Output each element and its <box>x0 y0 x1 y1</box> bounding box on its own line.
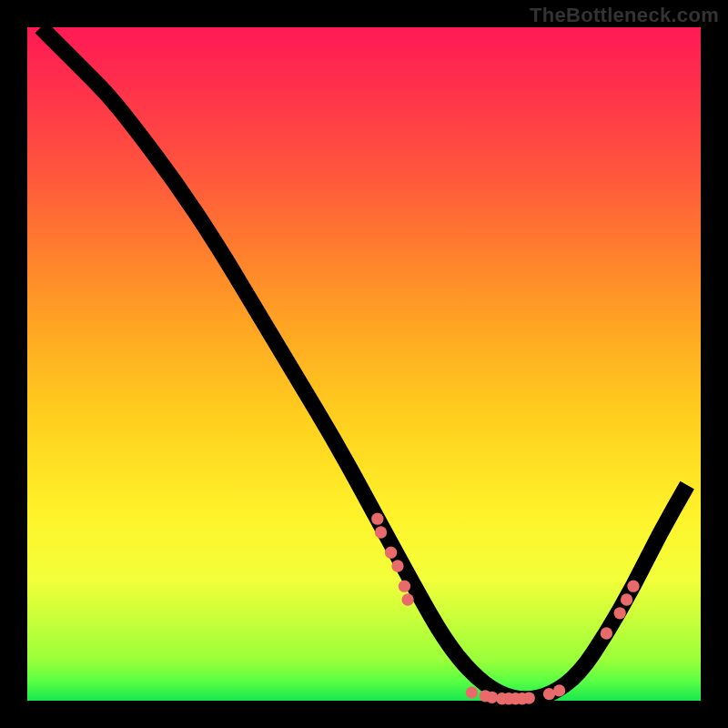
highlight-point <box>399 581 410 592</box>
curve-layer <box>27 27 701 701</box>
highlight-point <box>371 513 383 525</box>
watermark-text: TheBottleneck.com <box>530 4 719 27</box>
chart-frame: TheBottleneck.com <box>0 0 728 728</box>
highlight-point <box>385 547 397 559</box>
highlight-point <box>553 684 565 696</box>
highlight-point <box>401 593 413 605</box>
marker-group <box>371 513 640 705</box>
highlight-point <box>466 686 478 698</box>
bottleneck-curve <box>41 27 687 699</box>
highlight-point <box>601 627 612 639</box>
highlight-point <box>627 581 639 592</box>
highlight-point <box>523 692 535 703</box>
highlight-point <box>375 526 387 538</box>
highlight-point <box>621 593 632 605</box>
plot-area <box>27 27 701 701</box>
highlight-point <box>391 560 403 571</box>
highlight-point <box>614 607 626 619</box>
